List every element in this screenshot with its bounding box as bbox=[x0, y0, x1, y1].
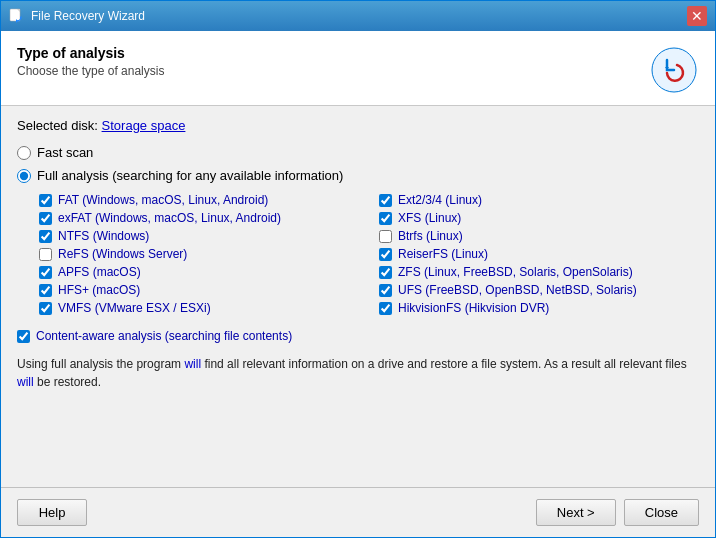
fs-ntfs-checkbox[interactable] bbox=[39, 230, 52, 243]
fs-ufs-label: UFS (FreeBSD, OpenBSD, NetBSD, Solaris) bbox=[398, 283, 637, 297]
info-text: Using full analysis the program will fin… bbox=[17, 355, 699, 391]
fs-apfs-checkbox[interactable] bbox=[39, 266, 52, 279]
title-bar: File Recovery Wizard ✕ bbox=[1, 1, 715, 31]
fs-ntfs-label: NTFS (Windows) bbox=[58, 229, 149, 243]
fs-vmfs-label: VMFS (VMware ESX / ESXi) bbox=[58, 301, 211, 315]
full-analysis-radio[interactable] bbox=[17, 169, 31, 183]
fs-ufs[interactable]: UFS (FreeBSD, OpenBSD, NetBSD, Solaris) bbox=[379, 283, 699, 297]
selected-disk-link[interactable]: Storage space bbox=[102, 118, 186, 133]
fs-fat-label: FAT (Windows, macOS, Linux, Android) bbox=[58, 193, 268, 207]
fs-apfs-label: APFS (macOS) bbox=[58, 265, 141, 279]
fs-ntfs[interactable]: NTFS (Windows) bbox=[39, 229, 359, 243]
fs-reiserfs-checkbox[interactable] bbox=[379, 248, 392, 261]
fs-hfsplus[interactable]: HFS+ (macOS) bbox=[39, 283, 359, 297]
fs-ext234-label: Ext2/3/4 (Linux) bbox=[398, 193, 482, 207]
fs-hfsplus-label: HFS+ (macOS) bbox=[58, 283, 140, 297]
fs-refs-label: ReFS (Windows Server) bbox=[58, 247, 187, 261]
footer: Help Next > Close bbox=[1, 487, 715, 537]
fs-zfs-checkbox[interactable] bbox=[379, 266, 392, 279]
wizard-icon bbox=[649, 45, 699, 95]
filesystem-grid: FAT (Windows, macOS, Linux, Android) Ext… bbox=[39, 193, 699, 315]
fs-exfat-checkbox[interactable] bbox=[39, 212, 52, 225]
info-part2: find all relevant information on a drive… bbox=[201, 357, 687, 371]
fs-zfs-label: ZFS (Linux, FreeBSD, Solaris, OpenSolari… bbox=[398, 265, 633, 279]
full-analysis-text: Full analysis (searching for any availab… bbox=[37, 168, 343, 183]
fs-exfat-label: exFAT (Windows, macOS, Linux, Android) bbox=[58, 211, 281, 225]
main-content: Selected disk: Storage space Fast scan F… bbox=[1, 106, 715, 487]
next-button[interactable]: Next > bbox=[536, 499, 616, 526]
info-highlight1: will bbox=[184, 357, 201, 371]
app-icon bbox=[9, 8, 25, 24]
fs-btrfs[interactable]: Btrfs (Linux) bbox=[379, 229, 699, 243]
selected-disk-row: Selected disk: Storage space bbox=[17, 118, 699, 133]
fs-zfs[interactable]: ZFS (Linux, FreeBSD, Solaris, OpenSolari… bbox=[379, 265, 699, 279]
close-footer-button[interactable]: Close bbox=[624, 499, 699, 526]
fs-ext234[interactable]: Ext2/3/4 (Linux) bbox=[379, 193, 699, 207]
fast-scan-label[interactable]: Fast scan bbox=[17, 145, 699, 160]
fast-scan-radio[interactable] bbox=[17, 146, 31, 160]
fs-apfs[interactable]: APFS (macOS) bbox=[39, 265, 359, 279]
fs-fat-checkbox[interactable] bbox=[39, 194, 52, 207]
fs-xfs-label: XFS (Linux) bbox=[398, 211, 461, 225]
fs-hfsplus-checkbox[interactable] bbox=[39, 284, 52, 297]
fs-vmfs-checkbox[interactable] bbox=[39, 302, 52, 315]
fs-btrfs-checkbox[interactable] bbox=[379, 230, 392, 243]
fs-xfs[interactable]: XFS (Linux) bbox=[379, 211, 699, 225]
footer-right: Next > Close bbox=[536, 499, 699, 526]
fs-reiserfs-label: ReiserFS (Linux) bbox=[398, 247, 488, 261]
content-aware-text: Content-aware analysis (searching file c… bbox=[36, 329, 292, 343]
fs-vmfs[interactable]: VMFS (VMware ESX / ESXi) bbox=[39, 301, 359, 315]
info-part1: Using full analysis the program bbox=[17, 357, 184, 371]
fs-exfat[interactable]: exFAT (Windows, macOS, Linux, Android) bbox=[39, 211, 359, 225]
page-subtitle: Choose the type of analysis bbox=[17, 64, 164, 78]
fs-fat[interactable]: FAT (Windows, macOS, Linux, Android) bbox=[39, 193, 359, 207]
title-bar-title: File Recovery Wizard bbox=[31, 9, 145, 23]
fs-refs-checkbox[interactable] bbox=[39, 248, 52, 261]
content-area: Type of analysis Choose the type of anal… bbox=[1, 31, 715, 537]
svg-rect-0 bbox=[10, 9, 20, 21]
content-aware-checkbox[interactable] bbox=[17, 330, 30, 343]
help-button[interactable]: Help bbox=[17, 499, 87, 526]
page-title: Type of analysis bbox=[17, 45, 164, 61]
fs-hikvisionfs[interactable]: HikvisionFS (Hikvision DVR) bbox=[379, 301, 699, 315]
footer-left: Help bbox=[17, 499, 87, 526]
fs-reiserfs[interactable]: ReiserFS (Linux) bbox=[379, 247, 699, 261]
fs-hikvisionfs-label: HikvisionFS (Hikvision DVR) bbox=[398, 301, 549, 315]
selected-disk-label: Selected disk: bbox=[17, 118, 98, 133]
main-window: File Recovery Wizard ✕ Type of analysis … bbox=[0, 0, 716, 538]
fs-ufs-checkbox[interactable] bbox=[379, 284, 392, 297]
header-section: Type of analysis Choose the type of anal… bbox=[1, 31, 715, 106]
content-aware-label[interactable]: Content-aware analysis (searching file c… bbox=[17, 329, 699, 343]
fs-btrfs-label: Btrfs (Linux) bbox=[398, 229, 463, 243]
info-highlight2: will bbox=[17, 375, 34, 389]
full-analysis-label[interactable]: Full analysis (searching for any availab… bbox=[17, 168, 699, 183]
content-aware-row: Content-aware analysis (searching file c… bbox=[17, 329, 699, 343]
fs-ext234-checkbox[interactable] bbox=[379, 194, 392, 207]
fast-scan-text: Fast scan bbox=[37, 145, 93, 160]
title-bar-left: File Recovery Wizard bbox=[9, 8, 145, 24]
fs-refs[interactable]: ReFS (Windows Server) bbox=[39, 247, 359, 261]
close-button[interactable]: ✕ bbox=[687, 6, 707, 26]
header-text: Type of analysis Choose the type of anal… bbox=[17, 45, 164, 78]
fs-xfs-checkbox[interactable] bbox=[379, 212, 392, 225]
fast-scan-group: Fast scan bbox=[17, 145, 699, 160]
info-part3: be restored. bbox=[34, 375, 101, 389]
fs-hikvisionfs-checkbox[interactable] bbox=[379, 302, 392, 315]
